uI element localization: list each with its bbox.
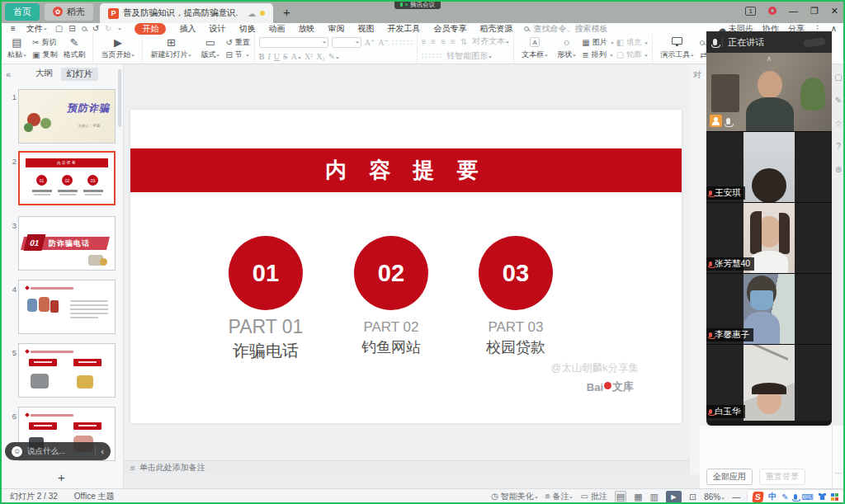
layout-button[interactable]: ▭版式	[197, 35, 223, 62]
justify-icon[interactable]: ≡	[451, 37, 456, 46]
thumbnail-scrollbar[interactable]	[118, 69, 121, 127]
command-search[interactable]: 查找命令、搜索模板	[524, 23, 607, 35]
video-tile-speaker[interactable]: ∧	[706, 53, 832, 132]
italic-button[interactable]: I	[268, 52, 271, 61]
restore-button[interactable]: ❐	[810, 6, 819, 16]
bullet-list-button[interactable]: ∷ ∷ ∷	[392, 35, 413, 49]
cut-button[interactable]: ✂剪切	[32, 36, 57, 49]
tab-slides[interactable]: 幻灯片	[61, 68, 99, 81]
bold-button[interactable]: B	[259, 52, 265, 61]
sogou-logo-icon[interactable]: S	[752, 492, 763, 502]
slide-thumbnail-3[interactable]: 01 防诈骗电话	[18, 216, 116, 271]
slide-thumbnail-5[interactable]	[18, 343, 116, 398]
ribbon-tab-slideshow[interactable]: 放映	[298, 23, 314, 35]
reset-button[interactable]: ↺重置	[225, 36, 249, 49]
sorter-view-button[interactable]: ▦	[634, 492, 642, 502]
collapse-tile-icon[interactable]: ∧	[767, 54, 772, 63]
font-grow-button[interactable]: A⁺	[365, 38, 375, 47]
ime-voice-icon[interactable]	[794, 494, 797, 500]
tab-docer[interactable]: ✿稻壳	[45, 3, 93, 21]
font-family-select[interactable]	[259, 37, 328, 48]
video-tile[interactable]: 李馨惠子	[706, 274, 832, 345]
slide-thumbnail-4[interactable]	[18, 280, 116, 334]
copy-button[interactable]: ▣复制	[32, 49, 57, 61]
help-icon[interactable]: ?	[836, 142, 841, 151]
slide-canvas[interactable]: 内 容 提 要 01 02 03 PART 01 诈骗电话 PART 02 钓鱼…	[130, 110, 682, 423]
slide-title-banner[interactable]: 内 容 提 要	[130, 148, 682, 192]
vip-icon[interactable]	[768, 7, 777, 15]
align-center-icon[interactable]: ≡	[431, 37, 436, 46]
to-smartart-button[interactable]: 转智能图形	[446, 50, 492, 62]
superscript-button[interactable]: X²	[304, 52, 313, 61]
line-spacing-icon[interactable]: ⇅	[460, 37, 467, 46]
ime-language-icon[interactable]: 中	[768, 491, 777, 502]
zoom-level[interactable]: 86%	[704, 492, 725, 502]
numbered-list-icon[interactable]: ∷ ∷ ∷	[422, 51, 442, 60]
part2-circle[interactable]: 02	[354, 236, 428, 310]
ribbon-tab-insert[interactable]: 插入	[179, 23, 196, 35]
strikethrough-button[interactable]: S	[283, 52, 288, 61]
paste-button[interactable]: ▤粘贴	[4, 35, 30, 62]
ime-keyboard-icon[interactable]: ⌨	[802, 492, 814, 502]
ai-assistant-pill[interactable]: ☺ 说点什么... ‹	[5, 442, 111, 460]
slide-thumbnail-1[interactable]: 预防诈骗 主讲人：罗盈	[18, 89, 116, 144]
notes-toggle-button[interactable]: ≡ 备注	[545, 491, 574, 502]
file-menu[interactable]: 文件	[26, 23, 43, 35]
undo-icon[interactable]: ↺	[92, 24, 99, 33]
fill-button[interactable]: ◧填充	[616, 36, 648, 49]
part3-circle[interactable]: 03	[479, 236, 553, 310]
picture-button[interactable]: ▦图片	[582, 36, 613, 49]
video-tile[interactable]: 张芳慧40	[706, 203, 832, 274]
ribbon-tab-docer-res[interactable]: 稻壳资源	[479, 23, 512, 35]
align-text-button[interactable]: 对齐文本	[472, 35, 509, 47]
presentation-tools-button[interactable]: 演示工具	[657, 35, 697, 62]
new-slide-button[interactable]: ⊞新建幻灯片	[147, 35, 195, 62]
plus-icon[interactable]: ⊕	[835, 165, 842, 174]
font-color-button[interactable]: A	[291, 52, 301, 61]
ribbon-tab-design[interactable]: 设计	[209, 23, 225, 35]
format-painter-button[interactable]: ✎格式刷	[59, 35, 88, 62]
arrange-button[interactable]: ≣排列	[582, 49, 613, 61]
play-from-current-button[interactable]: ▶当页开始	[97, 35, 138, 62]
tab-home[interactable]: 首页	[5, 3, 40, 21]
font-size-select[interactable]	[332, 37, 361, 48]
tab-outline[interactable]: 大纲	[35, 68, 53, 81]
hamburger-icon[interactable]: ≡	[11, 24, 16, 33]
zoom-out-button[interactable]: —	[732, 492, 740, 502]
ribbon-tab-member[interactable]: 会员专享	[433, 23, 466, 35]
reading-view-button[interactable]: ▥	[650, 492, 659, 502]
ribbon-tab-transition[interactable]: 切换	[238, 23, 255, 35]
tencent-meeting-overlay[interactable]: 腾讯会议	[394, 0, 441, 9]
account-badge-icon[interactable]: 1	[745, 7, 755, 16]
save-icon[interactable]: ▢	[55, 24, 63, 33]
ime-skin-icon[interactable]	[819, 493, 826, 500]
textbox-button[interactable]: A文本框	[518, 35, 551, 62]
assistant-collapse-icon[interactable]: ‹	[101, 446, 104, 456]
star-icon[interactable]: ☆	[835, 119, 843, 128]
ribbon-tab-review[interactable]: 审阅	[328, 23, 344, 35]
pane-icon[interactable]: ▢	[834, 73, 842, 82]
preview-icon[interactable]	[82, 26, 87, 31]
more-dots-icon[interactable]: ···	[834, 469, 843, 478]
part1-text[interactable]: PART 01 诈骗电话	[196, 316, 336, 362]
redo-icon[interactable]: ↻	[105, 24, 111, 33]
font-shrink-button[interactable]: A⁻	[378, 38, 389, 47]
all-apps-button[interactable]: 全部应用	[706, 469, 753, 485]
part1-circle[interactable]: 01	[229, 236, 303, 310]
expand-tile-icon[interactable]: ∨	[767, 412, 772, 420]
part2-text[interactable]: PART 02 钓鱼网站	[321, 319, 461, 357]
slide-thumbnail-2-selected[interactable]: 内容提要 01 02 03	[18, 151, 116, 205]
add-slide-button[interactable]: +	[0, 470, 123, 484]
ribbon-tab-home[interactable]: 开始	[135, 23, 166, 35]
align-left-icon[interactable]: ≡	[422, 37, 427, 46]
align-right-icon[interactable]: ≡	[441, 37, 446, 46]
ribbon-tab-view[interactable]: 视图	[357, 23, 374, 35]
outline-button[interactable]: ▢轮廓	[616, 49, 648, 61]
pen-icon[interactable]: ✎	[835, 96, 842, 105]
notes-bar[interactable]: ≡ 单击此处添加备注	[124, 460, 700, 474]
fit-window-icon[interactable]: ⊡	[689, 492, 696, 502]
ribbon-tab-devtools[interactable]: 开发工具	[387, 23, 420, 35]
comments-button[interactable]: ▭ 批注	[580, 491, 607, 502]
section-button[interactable]: ⊟节	[225, 49, 249, 61]
video-tile[interactable]: 白玉华 ∨	[706, 345, 832, 421]
